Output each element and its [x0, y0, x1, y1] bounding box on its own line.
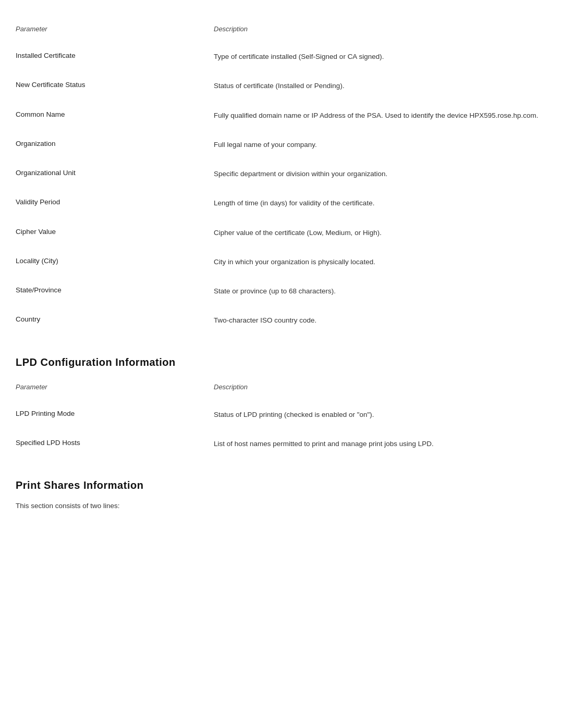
row-param: Common Name [16, 110, 214, 121]
table-row: Locality (City) City in which your organ… [16, 248, 547, 277]
row-desc: City in which your organization is physi… [214, 257, 547, 267]
row-param: Installed Certificate [16, 52, 214, 62]
row-param: Cipher Value [16, 228, 214, 238]
table-row: Organizational Unit Specific department … [16, 159, 547, 189]
table-row: Installed Certificate Type of certificat… [16, 42, 547, 71]
lpd-section-title: LPD Configuration Information [16, 356, 547, 368]
table-row: Common Name Fully qualified domain name … [16, 101, 547, 130]
row-param: LPD Printing Mode [16, 410, 214, 420]
row-param: Organizational Unit [16, 169, 214, 179]
row-desc: Status of certificate (Installed or Pend… [214, 81, 547, 91]
row-param: Validity Period [16, 198, 214, 208]
lpd-section: LPD Configuration Information Parameter … [16, 356, 547, 459]
print-shares-note: This section consists of two lines: [16, 502, 547, 510]
lpd-table-header: Parameter Description [16, 379, 547, 395]
row-desc: Two-character ISO country code. [214, 315, 547, 326]
row-param: Country [16, 315, 214, 326]
table-row: New Certificate Status Status of certifi… [16, 71, 547, 101]
certificate-table: Parameter Description Installed Certific… [16, 21, 547, 336]
table-row: State/Province State or province (up to … [16, 277, 547, 306]
row-desc: Full legal name of your company. [214, 140, 547, 150]
table-row: Organization Full legal name of your com… [16, 130, 547, 159]
table-row: Specified LPD Hosts List of host names p… [16, 429, 547, 459]
row-desc: Specific department or division within y… [214, 169, 547, 179]
row-param: New Certificate Status [16, 81, 214, 91]
row-desc: Length of time (in days) for validity of… [214, 198, 547, 208]
row-desc: List of host names permitted to print an… [214, 439, 547, 449]
table-row: LPD Printing Mode Status of LPD printing… [16, 400, 547, 429]
row-desc: Type of certificate installed (Self-Sign… [214, 52, 547, 62]
table-row: Cipher Value Cipher value of the certifi… [16, 218, 547, 248]
lpd-header-param: Parameter [16, 383, 214, 391]
table-row: Validity Period Length of time (in days)… [16, 189, 547, 218]
row-param: Specified LPD Hosts [16, 439, 214, 449]
cert-header-desc: Description [214, 25, 547, 33]
table-row: Country Two-character ISO country code. [16, 306, 547, 335]
row-param: Locality (City) [16, 257, 214, 267]
row-param: Organization [16, 140, 214, 150]
row-param: State/Province [16, 286, 214, 297]
cert-table-header: Parameter Description [16, 21, 547, 37]
row-desc: Fully qualified domain name or IP Addres… [214, 110, 547, 121]
print-shares-section: Print Shares Information This section co… [16, 479, 547, 510]
row-desc: Cipher value of the certificate (Low, Me… [214, 228, 547, 238]
print-shares-section-title: Print Shares Information [16, 479, 547, 491]
row-desc: State or province (up to 68 characters). [214, 286, 547, 297]
lpd-header-desc: Description [214, 383, 547, 391]
cert-header-param: Parameter [16, 25, 214, 33]
row-desc: Status of LPD printing (checked is enabl… [214, 410, 547, 420]
